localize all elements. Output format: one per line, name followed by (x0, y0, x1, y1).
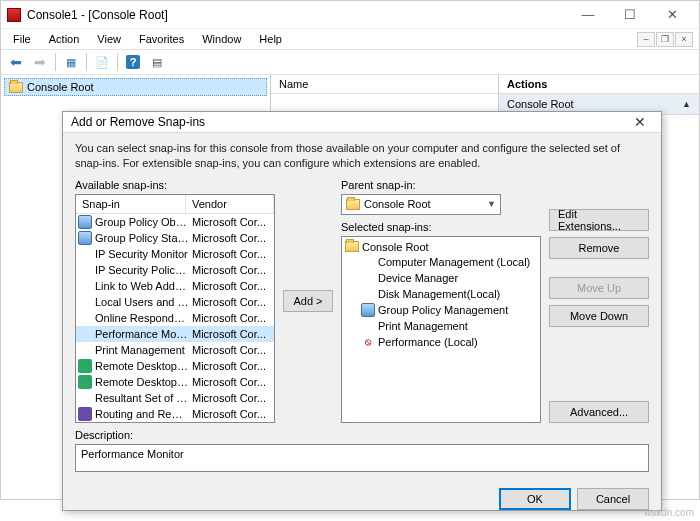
available-snapin-row[interactable]: Routing and Remote...Microsoft Cor... (76, 406, 274, 421)
snapin-name: Remote Desktop Ga... (95, 360, 189, 372)
dialog-overlay: Add or Remove Snap-ins ✕ You can select … (0, 0, 700, 521)
available-snapin-row[interactable]: Local Users and Gro...Microsoft Cor... (76, 294, 274, 310)
snapin-vendor: Microsoft Cor... (192, 344, 272, 356)
snapin-vendor: Microsoft Cor... (192, 392, 272, 404)
snapin-vendor: Microsoft Cor... (192, 264, 272, 276)
snapin-vendor: Microsoft Cor... (192, 216, 272, 228)
snapin-vendor: Microsoft Cor... (192, 248, 272, 260)
selected-snapin-node[interactable]: Device Manager (361, 270, 537, 286)
snapin-name: Resultant Set of Policy (95, 392, 189, 404)
available-snapin-row[interactable]: Remote Desktop Ga...Microsoft Cor... (76, 358, 274, 374)
description-field: Performance Monitor (75, 444, 649, 472)
available-snapin-row[interactable]: IP Security MonitorMicrosoft Cor... (76, 246, 274, 262)
available-snapin-row[interactable]: IP Security Policy M...Microsoft Cor... (76, 262, 274, 278)
snapin-icon (78, 359, 92, 373)
available-snapin-row[interactable]: Group Policy Starter...Microsoft Cor... (76, 230, 274, 246)
snapin-name: Online Responder M... (95, 312, 189, 324)
snapin-name: Group Policy Starter... (95, 232, 189, 244)
selected-snapin-label: Print Management (378, 320, 468, 332)
selected-snapin-node[interactable]: ⦸Performance (Local) (361, 334, 537, 350)
snapin-vendor: Microsoft Cor... (192, 408, 272, 420)
selected-snapin-node[interactable]: Print Management (361, 318, 537, 334)
snapin-vendor: Microsoft Cor... (192, 328, 272, 340)
available-snapin-row[interactable]: Resultant Set of PolicyMicrosoft Cor... (76, 390, 274, 406)
column-snapin[interactable]: Snap-in (76, 195, 186, 213)
snapin-icon (78, 295, 92, 309)
available-snapin-row[interactable]: Link to Web AddressMicrosoft Cor... (76, 278, 274, 294)
available-snapin-row[interactable]: Online Responder M...Microsoft Cor... (76, 310, 274, 326)
tree-root-node[interactable]: Console Root (345, 240, 537, 254)
snapin-name: Routing and Remote... (95, 408, 189, 420)
snapin-vendor: Microsoft Cor... (192, 360, 272, 372)
selected-snapin-label: Computer Management (Local) (378, 256, 530, 268)
dialog-title: Add or Remove Snap-ins (71, 115, 627, 129)
selected-snapin-label: Disk Management(Local) (378, 288, 500, 300)
snapin-icon (361, 303, 375, 317)
description-label: Description: (75, 429, 649, 441)
advanced-button[interactable]: Advanced... (549, 401, 649, 423)
snapin-icon (78, 247, 92, 261)
selected-snapin-node[interactable]: Group Policy Management (361, 302, 537, 318)
snapin-icon (78, 407, 92, 421)
snapin-icon (78, 375, 92, 389)
selected-snapin-node[interactable]: Computer Management (Local) (361, 254, 537, 270)
folder-icon (345, 241, 359, 252)
snapin-name: IP Security Monitor (95, 248, 189, 260)
snapin-vendor: Microsoft Cor... (192, 280, 272, 292)
snapin-vendor: Microsoft Cor... (192, 376, 272, 388)
selected-snapins-label: Selected snap-ins: (341, 221, 541, 233)
selected-snapin-label: Performance (Local) (378, 336, 478, 348)
parent-snapin-label: Parent snap-in: (341, 179, 541, 191)
edit-extensions-button[interactable]: Edit Extensions... (549, 209, 649, 231)
cancel-button[interactable]: Cancel (577, 488, 649, 510)
ok-button[interactable]: OK (499, 488, 571, 510)
add-remove-snapins-dialog: Add or Remove Snap-ins ✕ You can select … (62, 111, 662, 511)
dialog-close-button[interactable]: ✕ (627, 112, 653, 132)
available-snapin-row[interactable]: Remote Desktop Lic...Microsoft Cor... (76, 374, 274, 390)
dialog-intro-text: You can select snap-ins for this console… (75, 141, 649, 171)
parent-snapin-combo[interactable]: Console Root ▼ (341, 194, 501, 215)
snapin-icon: ⦸ (361, 335, 375, 349)
add-button[interactable]: Add > (283, 290, 333, 312)
selected-snapin-label: Device Manager (378, 272, 458, 284)
dialog-titlebar[interactable]: Add or Remove Snap-ins ✕ (63, 112, 661, 133)
available-snapins-list[interactable]: Snap-in Vendor Group Policy Object ...Mi… (75, 194, 275, 423)
snapin-name: Remote Desktop Lic... (95, 376, 189, 388)
parent-snapin-value: Console Root (364, 198, 431, 210)
snapin-icon (361, 255, 375, 269)
move-up-button[interactable]: Move Up (549, 277, 649, 299)
column-vendor[interactable]: Vendor (186, 195, 274, 213)
snapin-icon (78, 391, 92, 405)
available-snapin-row[interactable]: Performance MonitorMicrosoft Cor... (76, 326, 274, 342)
snapin-vendor: Microsoft Cor... (192, 296, 272, 308)
snapin-icon (361, 287, 375, 301)
available-snapin-row[interactable]: Group Policy Object ...Microsoft Cor... (76, 214, 274, 230)
snapin-icon (78, 215, 92, 229)
tree-root-label: Console Root (362, 241, 429, 253)
remove-button[interactable]: Remove (549, 237, 649, 259)
snapin-icon (78, 327, 92, 341)
selected-snapins-tree[interactable]: Console Root Computer Management (Local)… (341, 236, 541, 423)
snapin-icon (361, 319, 375, 333)
snapin-name: Print Management (95, 344, 189, 356)
snapin-vendor: Microsoft Cor... (192, 232, 272, 244)
snapin-name: Link to Web Address (95, 280, 189, 292)
snapin-icon (78, 231, 92, 245)
selected-snapin-label: Group Policy Management (378, 304, 508, 316)
snapin-icon (78, 343, 92, 357)
selected-snapin-node[interactable]: Disk Management(Local) (361, 286, 537, 302)
available-snapins-label: Available snap-ins: (75, 179, 275, 191)
snapin-name: IP Security Policy M... (95, 264, 189, 276)
snapin-icon (361, 271, 375, 285)
snapin-name: Group Policy Object ... (95, 216, 189, 228)
snapin-name: Performance Monitor (95, 328, 189, 340)
snapin-icon (78, 311, 92, 325)
snapin-icon (78, 279, 92, 293)
snapin-icon (78, 263, 92, 277)
watermark: wsxdn.com (644, 507, 694, 518)
available-snapin-row[interactable]: Print ManagementMicrosoft Cor... (76, 342, 274, 358)
snapin-vendor: Microsoft Cor... (192, 312, 272, 324)
snapin-name: Local Users and Gro... (95, 296, 189, 308)
chevron-down-icon: ▼ (487, 199, 496, 209)
move-down-button[interactable]: Move Down (549, 305, 649, 327)
